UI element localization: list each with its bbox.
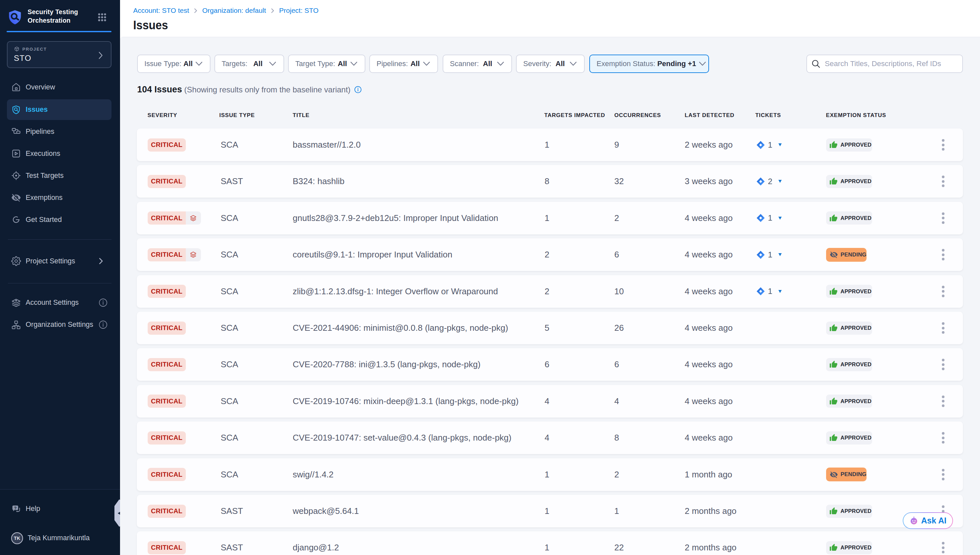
svg-text:?: ? [14, 505, 17, 510]
